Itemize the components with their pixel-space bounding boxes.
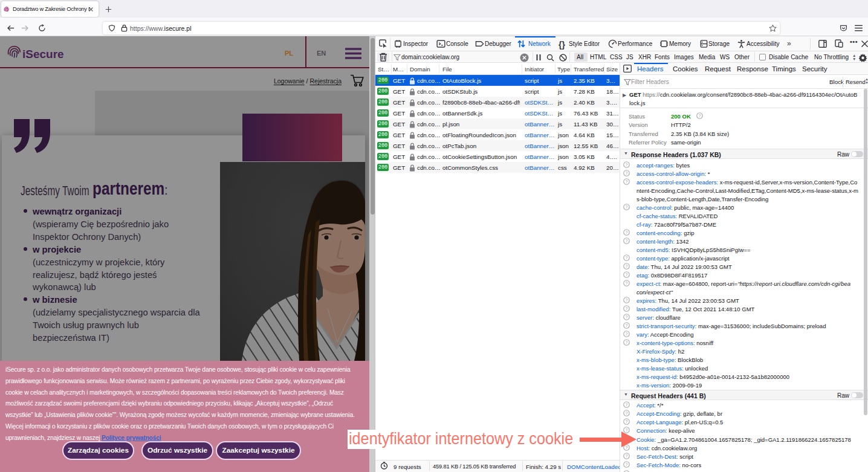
svg-text:?: ?	[626, 238, 628, 244]
svg-text:?: ?	[626, 297, 628, 303]
svg-text:?: ?	[699, 113, 701, 118]
svg-text:?: ?	[626, 162, 628, 167]
svg-text:?: ?	[626, 323, 628, 328]
svg-text:?: ?	[626, 280, 628, 286]
svg-text:?: ?	[626, 204, 628, 210]
svg-text:?: ?	[626, 314, 628, 320]
svg-text:?: ?	[626, 272, 628, 277]
svg-text:?: ?	[626, 230, 628, 235]
svg-text:?: ?	[626, 170, 628, 176]
svg-text:?: ?	[626, 331, 628, 337]
svg-text:?: ?	[626, 410, 628, 416]
svg-text:?: ?	[626, 340, 628, 345]
svg-text:?: ?	[626, 401, 628, 407]
svg-text:?: ?	[626, 179, 628, 184]
svg-text:?: ?	[626, 462, 628, 467]
svg-text:?: ?	[626, 255, 628, 260]
svg-text:?: ?	[626, 453, 628, 459]
svg-text:?: ?	[626, 419, 628, 424]
svg-text:?: ?	[626, 263, 628, 269]
svg-text:?: ?	[626, 306, 628, 311]
